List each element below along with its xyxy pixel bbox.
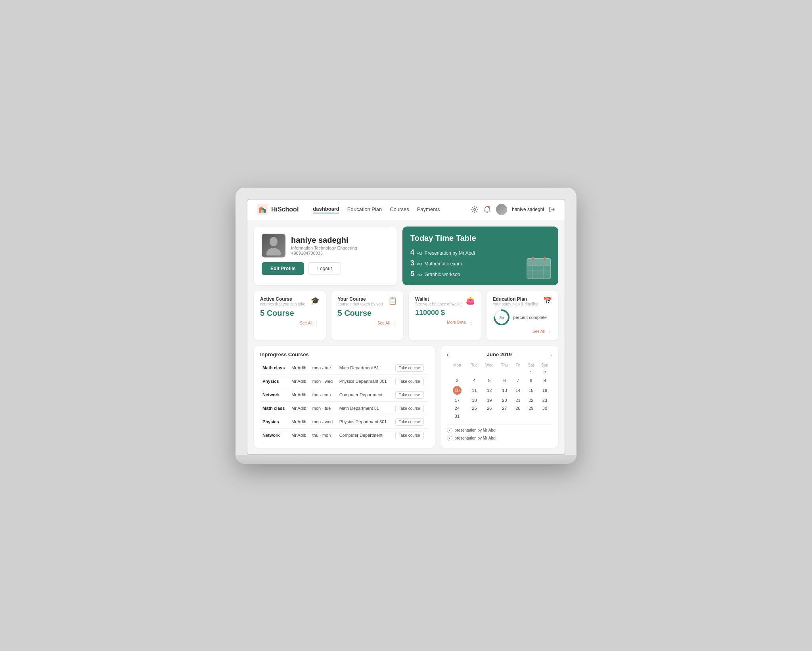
calendar-day[interactable]: 31 [447,412,468,420]
cal-event-text: presentation by Mr Abdi [455,436,496,440]
nav-dashboard[interactable]: dashboard [313,206,339,213]
education-plan-footer: See All ⋮ [493,328,552,335]
calendar-day[interactable]: 9 [538,376,552,384]
take-course-button[interactable]: Take course [395,391,424,399]
calendar-day[interactable]: 30 [538,404,552,412]
calendar-day[interactable]: 21 [511,396,525,404]
calendar-today[interactable]: 10 [453,386,462,395]
education-plan-sublabel: Your study plan & timeline [493,302,538,306]
calendar-day[interactable]: 26 [481,404,498,412]
calendar-event: presentation by Mr Abdi [447,436,552,441]
calendar-day[interactable]: 1 [525,369,538,376]
take-course-button[interactable]: Take course [395,418,424,426]
cal-event-text: presentation by Mr Abdi [455,428,496,432]
course-action: Take course [393,415,429,428]
calendar-card: ‹ June 2019 › MonTueWedThuFriSatSun 1234… [440,346,558,448]
courses-title: Inprogress Courses [260,351,429,357]
logo-text: HiSchool [271,206,299,213]
calendar-next-button[interactable]: › [550,351,552,358]
svg-rect-1 [261,210,264,213]
settings-icon[interactable] [471,205,479,213]
calendar-day[interactable]: 13 [498,384,511,396]
calendar-day[interactable]: 28 [511,404,525,412]
take-course-button[interactable]: Take course [395,405,424,412]
take-course-button[interactable]: Take course [395,364,424,372]
calendar-day[interactable]: 16 [538,384,552,396]
nav-payments[interactable]: Payments [417,206,440,213]
calendar-day[interactable]: 29 [525,404,538,412]
course-teacher: Mr Adib [289,388,310,401]
timetable-card: Today Time Table 4 AM Presentation by Mr… [402,227,558,285]
calendar-day[interactable]: 22 [525,396,538,404]
svg-rect-15 [532,257,534,261]
calendar-day[interactable]: 24 [447,404,468,412]
entry-text-2: Graphic worksop [424,272,460,277]
table-row: Network Mr Adib thu - mon Computer Depar… [260,388,429,401]
nav-courses[interactable]: Courses [390,206,409,213]
graduation-icon: 🎓 [311,296,320,305]
calendar-day[interactable]: 27 [498,404,511,412]
calendar-events: presentation by Mr Abdipresentation by M… [447,424,552,441]
calendar-day[interactable]: 8 [525,376,538,384]
calendar-day[interactable]: 20 [498,396,511,404]
active-course-see-all[interactable]: See All [300,321,312,325]
calendar-day [498,412,511,420]
calendar-day[interactable]: 15 [525,384,538,396]
calendar-day[interactable]: 19 [481,396,498,404]
active-course-dots[interactable]: ⋮ [314,320,320,326]
course-action: Take course [393,361,429,375]
calendar-day[interactable]: 18 [467,396,481,404]
calendar-day[interactable]: 3 [447,376,468,384]
course-teacher: Mr Adib [289,415,310,428]
calendar-event: presentation by Mr Abdi [447,428,552,433]
calendar-day-header: Sun [538,362,552,369]
nav-logout-icon[interactable] [549,206,555,213]
calendar-day[interactable]: 23 [538,396,552,404]
calendar-day[interactable]: 10 [447,384,468,396]
calendar-day[interactable]: 2 [538,369,552,376]
calendar-header: ‹ June 2019 › [447,351,552,358]
calendar-icon: 📅 [543,296,552,305]
course-teacher: Mr Adib [289,428,310,442]
education-plan-labels: Education Plan Your study plan & timelin… [493,296,538,306]
logout-button[interactable]: Logout [308,262,341,275]
wallet-dots[interactable]: ⋮ [469,319,475,326]
course-action: Take course [393,401,429,415]
time-period-1: PM [417,262,422,266]
calendar-day[interactable]: 7 [511,376,525,384]
calendar-day[interactable]: 17 [447,396,468,404]
calendar-day[interactable]: 5 [481,376,498,384]
calendar-day-header: Thu [498,362,511,369]
course-name: Physics [260,374,289,388]
your-course-see-all[interactable]: See All [377,321,390,325]
wallet-more-detail[interactable]: More Detail [447,320,467,325]
your-course-labels: Your Course courses that taken by you [338,296,383,306]
calendar-day[interactable]: 4 [467,376,481,384]
education-plan-dots[interactable]: ⋮ [546,328,552,335]
svg-rect-16 [544,257,546,261]
course-action: Take course [393,428,429,442]
bell-icon[interactable] [483,205,491,213]
calendar-day[interactable]: 6 [498,376,511,384]
take-course-button[interactable]: Take course [395,378,424,385]
your-course-card: Your Course courses that taken by you 📋 … [331,291,404,340]
entry-text-0: Presentation by Mr Abdi [424,250,475,256]
svg-point-5 [266,248,281,255]
education-plan-header: Education Plan Your study plan & timelin… [493,296,552,306]
education-plan-label: Education Plan [493,296,538,302]
nav-education-plan[interactable]: Education Plan [347,206,382,213]
calendar-prev-button[interactable]: ‹ [447,351,449,358]
profile-name: haniye sadeghi [291,236,357,245]
calendar-day-header: Tue [467,362,481,369]
calendar-day[interactable]: 25 [467,404,481,412]
calendar-day[interactable]: 14 [511,384,525,396]
education-plan-see-all[interactable]: See All [532,329,545,334]
percent-label: percent complete [513,315,547,320]
calendar-day[interactable]: 12 [481,384,498,396]
your-course-dots[interactable]: ⋮ [391,320,397,326]
course-department: Math Department 51 [337,401,393,415]
edit-profile-button[interactable]: Edit Profile [262,262,304,275]
take-course-button[interactable]: Take course [395,432,424,439]
calendar-day[interactable]: 11 [467,384,481,396]
course-name: Math class [260,361,289,375]
